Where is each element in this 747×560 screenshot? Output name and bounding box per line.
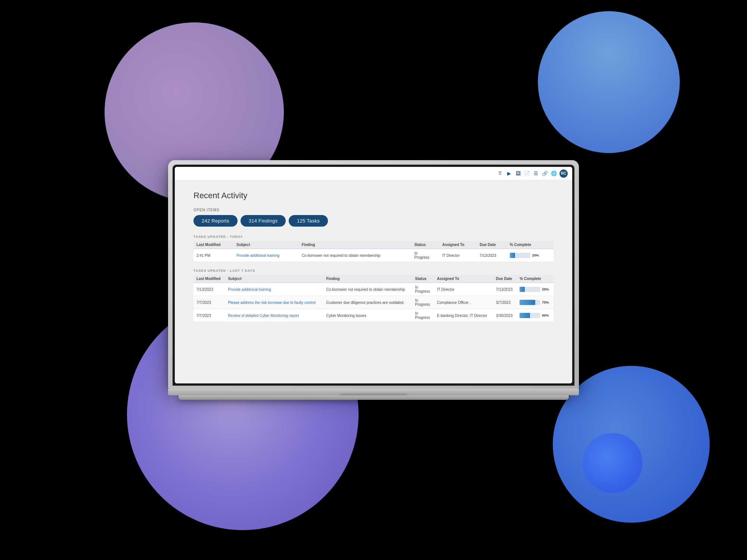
cell-last-modified: 7/7/2023 xyxy=(193,296,225,309)
main-content: Recent Activity OPEN ITEMS 242 Reports 3… xyxy=(175,180,572,383)
cell-percent-complete: 75% xyxy=(517,296,554,309)
laptop: ⠿ ▶ 🖼 📄 ☰ 🔗 🌐 RC Recent Activity OPEN IT… xyxy=(168,160,579,400)
col-last-modified: Last Modified xyxy=(193,241,233,249)
open-items-buttons: 242 Reports 314 Findings 125 Tasks xyxy=(193,215,554,227)
progress-bar-fill xyxy=(510,253,515,258)
tasks-7days-title: TASKS UPDATED - LAST 7 DAYS xyxy=(193,269,554,273)
cell-due-date: 7/13/2023 xyxy=(477,249,507,262)
tasks-7days-section: TASKS UPDATED - LAST 7 DAYS Last Modifie… xyxy=(193,269,554,322)
link-icon[interactable]: 🔗 xyxy=(542,170,548,177)
cell-last-modified: 7/7/2023 xyxy=(193,309,225,322)
play-icon[interactable]: ▶ xyxy=(506,170,512,177)
cell-percent-complete: 25% xyxy=(517,283,554,296)
progress-bar-bg xyxy=(520,300,540,305)
file-icon[interactable]: 📄 xyxy=(524,170,530,177)
cell-finding: Co-borrower not required to obtain membe… xyxy=(299,249,412,262)
cell-last-modified: 7/13/2023 xyxy=(193,283,225,296)
progress-bar-fill xyxy=(520,300,535,305)
reports-button[interactable]: 242 Reports xyxy=(193,215,238,227)
col-subject: Subject xyxy=(233,241,299,249)
table-header-row: Last Modified Subject Finding Status Ass… xyxy=(193,241,554,249)
col-finding: Finding xyxy=(299,241,412,249)
progress-label: 25% xyxy=(542,287,549,291)
tasks-today-section: TASKS UPDATED - TODAY Last Modified Subj… xyxy=(193,235,554,262)
cell-due-date: 7/13/2023 xyxy=(493,283,517,296)
col7-due-date: Due Date xyxy=(493,275,517,283)
page-title: Recent Activity xyxy=(193,191,554,200)
col-status: Status xyxy=(411,241,439,249)
progress-bar-fill xyxy=(520,313,530,318)
cell-finding: Cyber Monitoring issues xyxy=(323,309,412,322)
col-due-date: Due Date xyxy=(477,241,507,249)
cell-percent-complete: 50% xyxy=(517,309,554,322)
user-avatar[interactable]: RC xyxy=(560,169,568,178)
cell-last-modified: 2:41 PM xyxy=(193,249,233,262)
laptop-bottom xyxy=(168,389,579,395)
col7-assigned-to: Assigned To xyxy=(434,275,493,283)
progress-bar-bg xyxy=(510,253,530,258)
table-header-row-7days: Last Modified Subject Finding Status Ass… xyxy=(193,275,554,283)
cell-finding: Customer due diligence practices are out… xyxy=(323,296,412,309)
cell-due-date: 3/7/2023 xyxy=(493,296,517,309)
cell-subject[interactable]: Please address the risk increase due to … xyxy=(225,296,323,309)
laptop-screen: ⠿ ▶ 🖼 📄 ☰ 🔗 🌐 RC Recent Activity OPEN IT… xyxy=(175,167,572,383)
table-row: 7/13/2023 Provide additional training Co… xyxy=(193,283,554,296)
cell-finding: Co-borrower not required to obtain membe… xyxy=(323,283,412,296)
cell-assigned-to: IT Director xyxy=(434,283,493,296)
cell-assigned-to: IT Director xyxy=(439,249,477,262)
col-percent-complete: % Complete xyxy=(507,241,554,249)
col7-subject: Subject xyxy=(225,275,323,283)
open-items-label: OPEN ITEMS xyxy=(193,208,554,212)
progress-bar-bg xyxy=(520,313,540,318)
globe-icon[interactable]: 🌐 xyxy=(551,170,557,177)
laptop-base xyxy=(168,389,579,395)
col7-status: Status xyxy=(412,275,434,283)
cell-status: InProgress xyxy=(412,296,434,309)
tasks-today-title: TASKS UPDATED - TODAY xyxy=(193,235,554,239)
bg-circle-top-right xyxy=(538,11,680,153)
cell-percent-complete: 25% xyxy=(507,249,554,262)
progress-label: 75% xyxy=(542,301,549,304)
grid-icon[interactable]: ⠿ xyxy=(497,170,503,177)
progress-bar-fill xyxy=(520,287,525,292)
progress-label: 50% xyxy=(542,314,549,317)
progress-label: 25% xyxy=(532,253,539,257)
tasks-7days-table: Last Modified Subject Finding Status Ass… xyxy=(193,275,554,322)
cell-status: InProgress xyxy=(411,249,439,262)
cell-status: InProgress xyxy=(412,309,434,322)
col-assigned-to: Assigned To xyxy=(439,241,477,249)
col7-finding: Finding xyxy=(323,275,412,283)
cell-subject[interactable]: Review of detailed Cyber Monitoring repo… xyxy=(225,309,323,322)
tasks-today-table: Last Modified Subject Finding Status Ass… xyxy=(193,241,554,262)
table-row: 7/7/2023 Please address the risk increas… xyxy=(193,296,554,309)
table-row: 2:41 PM Provide additional training Co-b… xyxy=(193,249,554,262)
laptop-stand-wrapper xyxy=(168,395,579,400)
laptop-bezel: ⠿ ▶ 🖼 📄 ☰ 🔗 🌐 RC Recent Activity OPEN IT… xyxy=(173,165,574,386)
cell-assigned-to: Compliance Officer , xyxy=(434,296,493,309)
cell-subject[interactable]: Provide additional training xyxy=(233,249,299,262)
findings-button[interactable]: 314 Findings xyxy=(241,215,286,227)
col7-last-modified: Last Modified xyxy=(193,275,225,283)
laptop-hinge xyxy=(340,392,407,395)
toolbar: ⠿ ▶ 🖼 📄 ☰ 🔗 🌐 RC xyxy=(175,167,572,180)
image-icon[interactable]: 🖼 xyxy=(515,170,521,177)
laptop-stand xyxy=(179,395,569,400)
cell-status: InProgress xyxy=(412,283,434,296)
list-icon[interactable]: ☰ xyxy=(533,170,539,177)
laptop-screen-shell: ⠿ ▶ 🖼 📄 ☰ 🔗 🌐 RC Recent Activity OPEN IT… xyxy=(168,160,579,389)
bg-circle-small-right xyxy=(583,433,642,493)
cell-subject[interactable]: Provide additional training xyxy=(225,283,323,296)
col7-percent-complete: % Complete xyxy=(517,275,554,283)
cell-due-date: 3/30/2023 xyxy=(493,309,517,322)
progress-bar-bg xyxy=(520,287,540,292)
table-row: 7/7/2023 Review of detailed Cyber Monito… xyxy=(193,309,554,322)
cell-assigned-to: E-banking Director, IT Director xyxy=(434,309,493,322)
tasks-button[interactable]: 125 Tasks xyxy=(289,215,328,227)
